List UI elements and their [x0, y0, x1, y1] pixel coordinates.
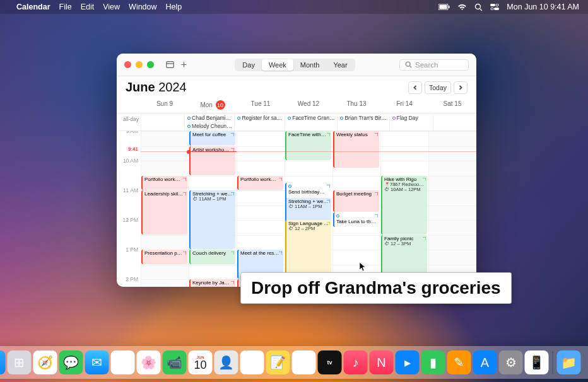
time-cell[interactable]: [189, 176, 237, 191]
calendar-event[interactable]: Couch delivery: [189, 250, 235, 264]
time-cell[interactable]: [428, 205, 476, 221]
calendar-event[interactable]: FaceTime with…: [285, 131, 331, 160]
time-cell[interactable]: [428, 235, 476, 250]
dock-notes[interactable]: 📝: [266, 350, 290, 374]
calendar-event[interactable]: Budget meeting: [333, 190, 379, 212]
time-cell[interactable]: [141, 279, 189, 287]
allday-cell[interactable]: FaceTime Gran…: [285, 113, 337, 130]
time-cell[interactable]: [141, 235, 189, 250]
next-week-button[interactable]: [454, 81, 467, 94]
allday-cell[interactable]: Brian Tran's Bir…: [337, 113, 389, 130]
allday-event[interactable]: Melody Cheun…: [185, 122, 233, 130]
time-cell[interactable]: [237, 190, 285, 205]
menu-view[interactable]: View: [103, 3, 120, 11]
view-week[interactable]: Week: [262, 59, 293, 71]
view-year[interactable]: Year: [326, 59, 354, 71]
dock-finder[interactable]: ☺: [0, 350, 6, 374]
dock-tv[interactable]: tv: [318, 350, 342, 374]
time-cell[interactable]: [332, 235, 380, 250]
add-event-button[interactable]: [177, 59, 191, 71]
time-cell[interactable]: [428, 176, 476, 191]
time-cell[interactable]: [237, 146, 285, 161]
search-input[interactable]: Search: [399, 59, 469, 71]
day-header[interactable]: Fri 14: [380, 98, 428, 112]
zoom-button[interactable]: [147, 61, 154, 68]
dock-freeform[interactable]: ✏: [292, 350, 316, 374]
dock-maps[interactable]: 🗺: [111, 350, 135, 374]
calendar-event[interactable]: Meet for coffee: [189, 131, 235, 146]
allday-cell[interactable]: Register for sa…: [234, 113, 285, 130]
time-cell[interactable]: [428, 190, 476, 205]
calendar-event[interactable]: Artist worksho…: [189, 146, 235, 175]
battery-icon[interactable]: [438, 4, 450, 10]
calendar-event[interactable]: Portfolio work…: [141, 176, 187, 190]
dock-launchpad[interactable]: ⊞: [8, 350, 32, 374]
dock-trash[interactable]: 🗑: [583, 350, 589, 374]
time-cell[interactable]: [237, 220, 285, 235]
menu-file[interactable]: File: [59, 3, 72, 11]
day-header[interactable]: Mon 10: [189, 98, 237, 112]
control-center-icon[interactable]: [490, 4, 499, 10]
allday-cell[interactable]: Flag Day: [389, 113, 433, 130]
time-cell[interactable]: [237, 205, 285, 221]
time-cell[interactable]: [428, 250, 476, 265]
time-cell[interactable]: [141, 146, 189, 161]
calendar-event[interactable]: Take Luna to th…: [333, 212, 379, 227]
time-cell[interactable]: [332, 250, 380, 265]
dock-mail[interactable]: ✉: [85, 350, 109, 374]
calendar-event[interactable]: Sign Language Club⏱ 12 – 2PM: [285, 220, 331, 279]
time-cell[interactable]: [332, 176, 380, 191]
allday-event[interactable]: FaceTime Gran…: [286, 114, 336, 122]
day-header[interactable]: Wed 12: [285, 98, 332, 112]
time-cell[interactable]: [141, 131, 189, 146]
dock-reminders[interactable]: ☰: [240, 350, 264, 374]
dock-keynote[interactable]: ▸: [396, 350, 420, 374]
app-menu[interactable]: Calendar: [16, 3, 50, 11]
dock-appstore[interactable]: A: [473, 350, 497, 374]
allday-event[interactable]: Chad Benjami…: [185, 114, 233, 122]
time-cell[interactable]: [237, 161, 285, 176]
allday-cell[interactable]: Chad Benjami…Melody Cheun…: [184, 113, 234, 130]
time-cell[interactable]: [285, 161, 332, 176]
time-cell[interactable]: [189, 265, 237, 280]
calendar-event[interactable]: Weekly status: [333, 131, 379, 168]
minimize-button[interactable]: [136, 61, 143, 68]
time-cell[interactable]: [380, 146, 428, 161]
calendar-event[interactable]: Hike with Rigo📍7867 Redwoo…⏱ 10AM – 12PM: [381, 176, 427, 234]
dock-messages[interactable]: 💬: [59, 350, 83, 374]
dock-safari[interactable]: 🧭: [33, 350, 57, 374]
time-cell[interactable]: [428, 131, 476, 146]
time-cell[interactable]: [380, 131, 428, 146]
time-cell[interactable]: [428, 220, 476, 235]
dock-facetime[interactable]: 📹: [163, 350, 187, 374]
time-cell[interactable]: [428, 161, 476, 176]
dock-photos[interactable]: 🌸: [137, 350, 161, 374]
time-cell[interactable]: [428, 146, 476, 161]
day-header[interactable]: Sun 9: [141, 98, 189, 112]
week-grid[interactable]: 9 AM9:4110 AM11 AM12 PM1 PM2 PM3 PM4 PM5…: [117, 131, 476, 287]
allday-event[interactable]: Brian Tran's Bir…: [338, 114, 388, 122]
dock-pages[interactable]: ✎: [447, 350, 471, 374]
wifi-icon[interactable]: [457, 4, 467, 11]
dock-calendar[interactable]: JUN10: [189, 350, 213, 374]
calendar-event[interactable]: Keynote by Ja…: [189, 279, 235, 287]
dock-numbers[interactable]: ▮: [421, 350, 445, 374]
calendar-event[interactable]: Leadership skil…: [141, 190, 187, 234]
time-cell[interactable]: [141, 265, 189, 280]
time-cell[interactable]: [237, 131, 285, 146]
allday-cell[interactable]: [141, 113, 184, 130]
time-cell[interactable]: [237, 235, 285, 250]
allday-event[interactable]: Flag Day: [391, 114, 432, 122]
time-cell[interactable]: [141, 161, 189, 176]
calendar-event[interactable]: Portfolio work…: [237, 176, 283, 190]
close-button[interactable]: [124, 61, 131, 68]
calendar-event[interactable]: Stretching + weights⏱ 11AM – 1PM: [189, 190, 235, 249]
calendars-sidebar-button[interactable]: [163, 59, 177, 71]
prev-week-button[interactable]: [408, 81, 422, 94]
today-button[interactable]: Today: [425, 81, 451, 94]
view-month[interactable]: Month: [293, 59, 327, 71]
dock-downloads[interactable]: 📁: [557, 350, 581, 374]
day-header[interactable]: Thu 13: [332, 98, 380, 112]
time-cell[interactable]: [380, 161, 428, 176]
spotlight-icon[interactable]: [474, 3, 483, 11]
